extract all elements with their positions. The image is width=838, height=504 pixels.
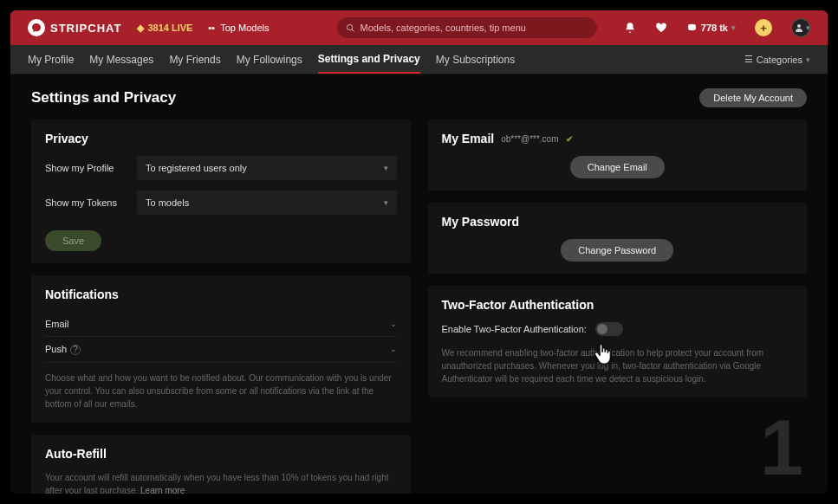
top-models-link[interactable]: ▪▪ Top Models [208,23,269,33]
twofa-panel: Two-Factor Authentication Enable Two-Fac… [428,286,808,397]
privacy-panel: Privacy Show my Profile To registered us… [31,120,411,263]
help-icon[interactable]: ? [70,345,81,355]
notifications-email-row[interactable]: Email ⌄ [45,312,397,337]
change-password-button[interactable]: Change Password [561,239,673,262]
twofa-title: Two-Factor Authentication [442,298,794,312]
hamburger-icon: ☰ [744,54,753,65]
subnav: My Profile My Messages My Friends My Fol… [10,45,828,74]
chevron-down-icon: ⌄ [390,345,397,353]
notifications-title: Notifications [45,288,397,301]
subnav-my-followings[interactable]: My Followings [237,54,302,66]
subnav-my-messages[interactable]: My Messages [89,54,153,66]
notifications-push-row[interactable]: Push? ⌄ [45,337,397,363]
email-masked: ob***@***.com [501,134,558,144]
svg-point-0 [347,24,352,29]
svg-point-3 [797,24,801,28]
brand-name: STRIPCHAT [50,22,121,35]
chevron-down-icon: ▾ [806,55,810,64]
show-tokens-select[interactable]: To models ▾ [137,191,397,215]
verified-icon: ✔ [566,134,573,144]
user-avatar[interactable]: ▾ [791,18,810,37]
coins-icon [686,23,698,34]
live-count[interactable]: ◆ 3814 LIVE [137,23,192,34]
email-title: My Email ob***@***.com ✔ [442,132,794,145]
brand-logo[interactable]: STRIPCHAT [28,19,121,36]
search-icon [346,23,355,33]
notifications-panel: Notifications Email ⌄ Push? ⌄ Choose wha… [31,275,411,423]
show-profile-select[interactable]: To registered users only ▾ [137,156,397,180]
bell-icon[interactable] [624,22,636,34]
chevron-down-icon: ▾ [384,164,388,172]
save-button[interactable]: Save [45,230,101,251]
autorefill-title: Auto-Refill [45,447,397,461]
privacy-title: Privacy [45,132,397,145]
learn-more-link[interactable]: Learn more [140,486,185,494]
search-placeholder: Models, categories, countries, tip menu [361,23,526,33]
show-profile-label: Show my Profile [45,163,123,173]
email-panel: My Email ob***@***.com ✔ Change Email [428,120,808,191]
svg-line-1 [351,29,354,31]
heart-icon[interactable] [655,22,667,34]
notifications-help: Choose what and how you want to be notif… [45,372,397,410]
add-tokens-button[interactable]: + [755,19,772,36]
page-title: Settings and Privacy [31,89,176,107]
token-balance[interactable]: 778 tk ▾ [686,23,736,34]
twofa-help: We recommend enabling two-factor authent… [442,346,794,385]
password-title: My Password [442,215,794,229]
change-email-button[interactable]: Change Email [570,156,665,178]
twofa-toggle[interactable] [595,322,623,336]
subnav-my-profile[interactable]: My Profile [28,54,74,66]
logo-icon [28,19,45,36]
grid-icon: ▪▪ [208,23,215,33]
autorefill-panel: Auto-Refill Your account will refill aut… [31,435,411,494]
chevron-down-icon: ▾ [806,23,810,32]
delete-account-button[interactable]: Delete My Account [699,88,807,107]
chevron-down-icon: ⌄ [390,320,397,328]
show-tokens-label: Show my Tokens [45,197,123,208]
topbar: STRIPCHAT ◆ 3814 LIVE ▪▪ Top Models Mode… [10,10,828,45]
subnav-my-subscriptions[interactable]: My Subscriptions [436,54,515,66]
twofa-enable-label: Enable Two-Factor Authentication: [442,324,587,334]
password-panel: My Password Change Password [428,203,808,274]
subnav-settings-privacy[interactable]: Settings and Privacy [318,53,420,74]
subnav-my-friends[interactable]: My Friends [169,54,220,66]
chevron-down-icon: ▾ [384,198,388,207]
autorefill-help: Your account will refill automatically w… [45,471,397,494]
search-input[interactable]: Models, categories, countries, tip menu [337,17,597,38]
diamond-icon: ◆ [137,23,144,34]
categories-button[interactable]: ☰ Categories ▾ [744,54,810,65]
chevron-down-icon: ▾ [731,23,736,32]
